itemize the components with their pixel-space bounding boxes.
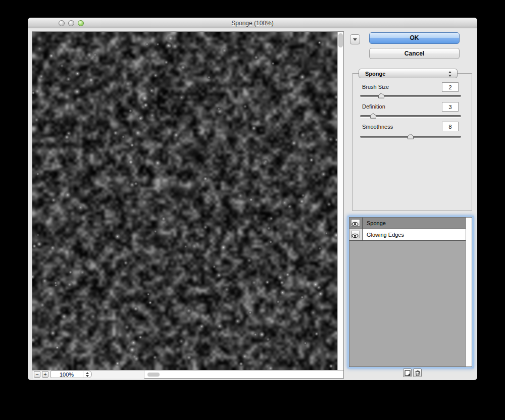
brush-size-value[interactable] (442, 82, 459, 92)
brush-size-slider[interactable] (360, 95, 461, 97)
smoothness-label: Smoothness (362, 124, 393, 130)
definition-value[interactable] (442, 102, 459, 112)
trash-icon (415, 370, 421, 376)
effect-layer-list: Sponge Glowing Edges (349, 217, 472, 367)
effect-layer-name: Glowing Edges (367, 232, 404, 238)
definition-slider-thumb[interactable] (370, 112, 377, 121)
visibility-toggle[interactable] (351, 231, 360, 238)
vertical-scrollbar[interactable] (337, 32, 343, 370)
ok-button[interactable]: OK (369, 32, 460, 44)
zoom-level-value: 100% (51, 372, 82, 378)
brush-size-label: Brush Size (362, 84, 389, 90)
smoothness-slider[interactable] (360, 136, 461, 138)
smoothness-slider-thumb[interactable] (408, 132, 414, 141)
brush-size-slider-thumb[interactable] (378, 91, 385, 100)
preview-frame: − + 100% (32, 31, 344, 379)
delete-effect-layer-button[interactable] (413, 369, 422, 377)
preview-status-bar: − + 100% (32, 370, 343, 378)
new-effect-layer-button[interactable] (403, 369, 412, 377)
zoom-in-button[interactable]: + (42, 371, 48, 378)
zoom-out-button[interactable]: − (34, 371, 40, 378)
zoom-level-popup[interactable]: 100% (50, 371, 92, 378)
effect-layer-row-glowing-edges[interactable]: Glowing Edges (349, 229, 466, 241)
definition-label: Definition (362, 103, 385, 110)
filter-select-value: Sponge (365, 71, 385, 77)
preview-image[interactable] (32, 32, 337, 370)
visibility-cell (349, 218, 363, 229)
visibility-toggle[interactable] (351, 219, 360, 227)
eye-icon (351, 233, 359, 238)
window-title: Sponge (100%) (28, 20, 477, 27)
cancel-button[interactable]: Cancel (369, 48, 460, 59)
panel-disclosure-button[interactable] (350, 34, 360, 44)
chevron-down-icon (353, 38, 357, 41)
filter-select[interactable]: Sponge (359, 69, 458, 78)
vertical-scrollbar-thumb[interactable] (338, 33, 343, 47)
definition-slider[interactable] (360, 115, 461, 117)
smoothness-value[interactable] (442, 122, 459, 131)
eye-icon (351, 222, 359, 227)
new-layer-icon (405, 370, 411, 376)
up-down-stepper-icon (83, 371, 91, 378)
titlebar: Sponge (100%) (28, 18, 477, 28)
horizontal-scrollbar-thumb[interactable] (147, 373, 160, 377)
filter-gallery-window: Sponge (100%) − + 100% OK Cancel Sponge (28, 18, 477, 380)
list-scrollbar[interactable] (466, 218, 472, 366)
effect-layer-row-sponge[interactable]: Sponge (349, 218, 466, 229)
up-down-stepper-icon (447, 69, 453, 79)
filter-options-group (352, 73, 472, 211)
visibility-cell (349, 229, 363, 240)
effect-layer-name: Sponge (367, 220, 386, 226)
